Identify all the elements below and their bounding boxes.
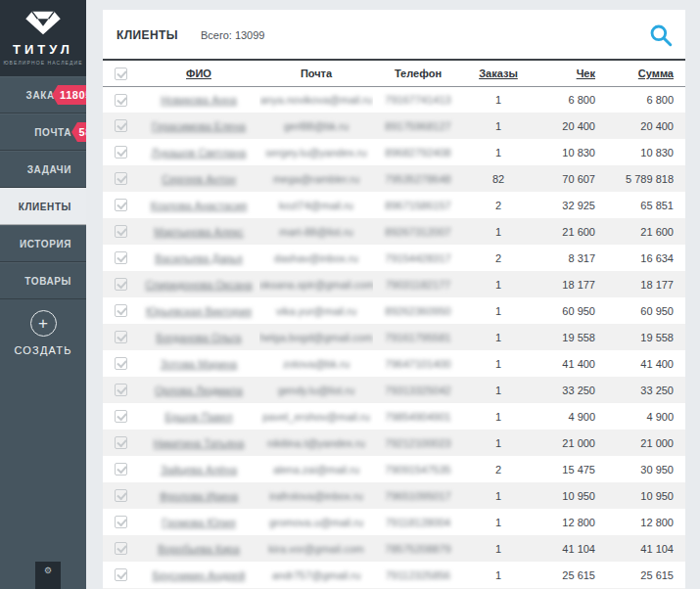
row-checkbox[interactable]	[115, 410, 127, 423]
sum-value: 21 000	[640, 437, 674, 449]
select-all-checkbox[interactable]	[103, 60, 138, 86]
row-checkbox[interactable]	[115, 278, 127, 291]
sum-value: 10 830	[640, 147, 674, 159]
row-checkbox[interactable]	[115, 384, 127, 396]
orders-count: 1	[495, 147, 501, 159]
sum-value: 18 177	[640, 279, 674, 291]
row-checkbox[interactable]	[115, 199, 127, 211]
column-header-orders[interactable]: Заказы	[463, 60, 534, 86]
sidebar-item-label: ТОВАРЫ	[24, 276, 71, 287]
client-name-link[interactable]: Козлова Анастасия	[151, 200, 248, 211]
sidebar-item-orders[interactable]: ЗАКАЗЫ11805	[0, 76, 86, 113]
client-name-link[interactable]: Васильева Дарья	[155, 252, 243, 264]
client-email: gerl88@bk.ru	[284, 120, 349, 132]
client-name-link[interactable]: Орлова Людмила	[155, 385, 243, 396]
sidebar-item-goods[interactable]: ТОВАРЫ	[0, 262, 86, 299]
client-name-link[interactable]: Зайцева Алёна	[161, 464, 237, 476]
client-name-link[interactable]: Юрьевская Виктория	[146, 305, 252, 317]
sidebar-item-history[interactable]: ИСТОРИЯ	[0, 225, 86, 262]
table-row: Герасимова Еленаgerl88@bk.ru891759681271…	[103, 113, 685, 139]
client-email: mart-88@list.ru	[279, 226, 352, 238]
row-checkbox[interactable]	[115, 436, 127, 449]
client-phone: 89671586157	[385, 200, 450, 211]
check-value: 41 400	[562, 358, 595, 370]
client-name-link[interactable]: Новикова Анна	[161, 94, 237, 106]
row-checkbox[interactable]	[115, 542, 127, 555]
table-row: Васильева Дарьяdashav@inbox.ru7915442831…	[103, 245, 685, 271]
check-value: 20 400	[562, 120, 595, 132]
client-name-link[interactable]: Никитина Татьяна	[154, 437, 245, 449]
row-checkbox[interactable]	[115, 489, 127, 502]
table-row: Зотова Маринаzotova@bk.ru79647101400141 …	[103, 350, 685, 377]
client-phone: 79118128004	[386, 517, 450, 528]
client-name-link[interactable]: Брусникин Андрей	[153, 569, 246, 581]
client-email: kozl74@mail.ru	[279, 200, 353, 211]
table-row: Воробьева Кираkira.vor@gmail.com78575208…	[103, 535, 685, 562]
logo[interactable]: ТИТУЛ ЮВЕЛИРНОЕ НАСЛЕДИЕ	[0, 0, 86, 76]
search-icon	[648, 23, 674, 48]
sidebar-item-label: ИСТОРИЯ	[20, 239, 71, 249]
client-phone: 79647101400	[385, 358, 450, 370]
row-checkbox[interactable]	[115, 516, 127, 528]
sum-value: 10 950	[640, 490, 674, 502]
row-checkbox[interactable]	[115, 463, 127, 476]
column-header-email: Почта	[259, 60, 373, 86]
client-phone: 79161795581	[385, 332, 450, 343]
search-button[interactable]	[648, 23, 674, 48]
client-name-link[interactable]: Лукашов Светлана	[152, 147, 247, 159]
row-checkbox[interactable]	[115, 172, 127, 185]
sidebar-settings-button[interactable]: ⚙	[35, 562, 61, 589]
client-name-link[interactable]: Громова Юлия	[162, 517, 235, 528]
check-value: 21 600	[562, 226, 595, 238]
client-phone: 79651095017	[385, 490, 450, 502]
orders-count: 1	[495, 226, 501, 238]
clients-panel: КЛИЕНТЫ Всего: 13099 ФИОПочтаТелефонЗака…	[103, 10, 685, 589]
row-checkbox[interactable]	[115, 568, 127, 581]
page-title: КЛИЕНТЫ	[117, 28, 178, 42]
client-name-link[interactable]: Спиридонова Оксана	[145, 279, 252, 291]
column-header-sum[interactable]: Сумма	[610, 60, 685, 86]
column-header-fio[interactable]: ФИО	[138, 60, 259, 86]
orders-count: 82	[492, 173, 504, 185]
check-value: 70 607	[562, 173, 595, 185]
diamond-icon	[23, 9, 64, 36]
client-name-link[interactable]: Фролова Ирина	[160, 490, 238, 502]
column-header-phone: Телефон	[373, 60, 463, 86]
orders-count: 1	[495, 94, 501, 106]
table-row: Новикова Аннаanya.novikova@mail.ru791677…	[103, 86, 685, 113]
client-name-link[interactable]: Зотова Марина	[161, 358, 237, 370]
client-email: helga.bogd@gmail.com	[259, 332, 373, 343]
client-phone: 79031182177	[386, 279, 450, 291]
create-button[interactable]: + СОЗДАТЬ	[0, 299, 86, 371]
client-name-link[interactable]: Богданова Ольга	[157, 332, 242, 343]
row-checkbox[interactable]	[115, 251, 127, 264]
client-name-link[interactable]: Воробьева Кира	[158, 543, 240, 555]
column-header-check[interactable]: Чек	[534, 60, 610, 86]
check-value: 15 475	[562, 464, 595, 476]
row-checkbox[interactable]	[115, 304, 127, 317]
row-checkbox[interactable]	[115, 225, 127, 238]
row-checkbox[interactable]	[115, 119, 127, 132]
sidebar-item-clients[interactable]: КЛИЕНТЫ	[0, 188, 86, 225]
table-row: Мартынова Алексmart-88@list.ru8926731200…	[103, 218, 685, 245]
sum-value: 60 950	[640, 305, 674, 317]
sum-value: 33 250	[640, 385, 674, 396]
plus-circle-icon: +	[30, 310, 57, 337]
client-name-link[interactable]: Мартынова Алекс	[154, 226, 244, 238]
sidebar-item-mail[interactable]: ПОЧТА58	[0, 113, 86, 151]
table-row: Козлова Анастасияkozl74@mail.ru896715861…	[103, 192, 685, 218]
sum-value: 41 400	[640, 358, 674, 370]
gear-icon: ⚙	[44, 566, 52, 575]
client-phone: 79212100023	[385, 437, 450, 449]
sum-value: 65 851	[640, 200, 674, 211]
client-phone: 79167741413	[385, 94, 450, 106]
client-name-link[interactable]: Сергеев Антон	[162, 173, 236, 185]
notification-badge: 58	[77, 122, 86, 142]
row-checkbox[interactable]	[115, 94, 127, 107]
row-checkbox[interactable]	[115, 146, 127, 159]
row-checkbox[interactable]	[115, 331, 127, 343]
client-name-link[interactable]: Ершов Павел	[164, 411, 232, 423]
client-name-link[interactable]: Герасимова Елена	[152, 120, 246, 132]
sidebar-item-tasks[interactable]: ЗАДАЧИ	[0, 151, 86, 188]
row-checkbox[interactable]	[115, 357, 127, 370]
